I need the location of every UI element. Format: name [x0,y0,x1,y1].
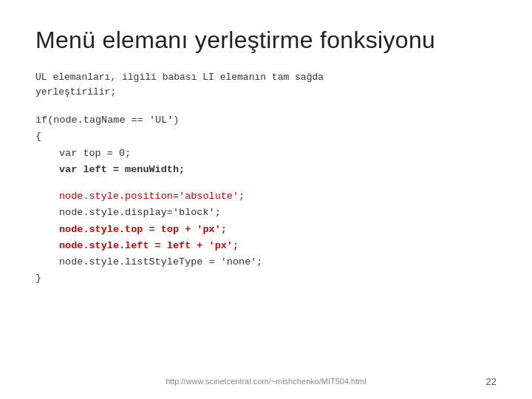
description: UL elemanları, ilgili babası LI elemanın… [35,70,497,99]
description-line2: yerleştirilir; [35,86,116,98]
code-line-2: var top = 0; [35,146,497,162]
description-line1: UL elemanları, ilgili babası LI elemanın… [35,72,324,83]
slide-title: Menü elemanı yerleştirme fonksiyonu [35,27,497,54]
footer: http://www.scinetcentral.com/~mishchenko… [0,377,532,386]
page-number: 22 [486,376,497,387]
code-line-5: node.style.position='absolute'; [35,188,497,205]
code-line-1: { [35,129,497,145]
code-line-9: node.style.listStyleType = 'none'; [35,254,497,270]
slide-container: Menü elemanı yerleştirme fonksiyonu UL e… [0,0,532,399]
footer-url: http://www.scinetcentral.com/~mishchenko… [166,377,366,386]
code-line-0: if(node.tagName == 'UL') [35,112,497,129]
code-line-8: node.style.left = left + 'px'; [35,238,497,254]
code-spacer [35,178,497,188]
code-line-6: node.style.display='block'; [35,205,497,221]
code-line-7: node.style.top = top + 'px'; [35,222,497,238]
code-line-10: } [35,270,497,287]
code-line-3: var left = menuWidth; [35,162,497,178]
code-block: if(node.tagName == 'UL'){var top = 0;var… [35,112,497,287]
